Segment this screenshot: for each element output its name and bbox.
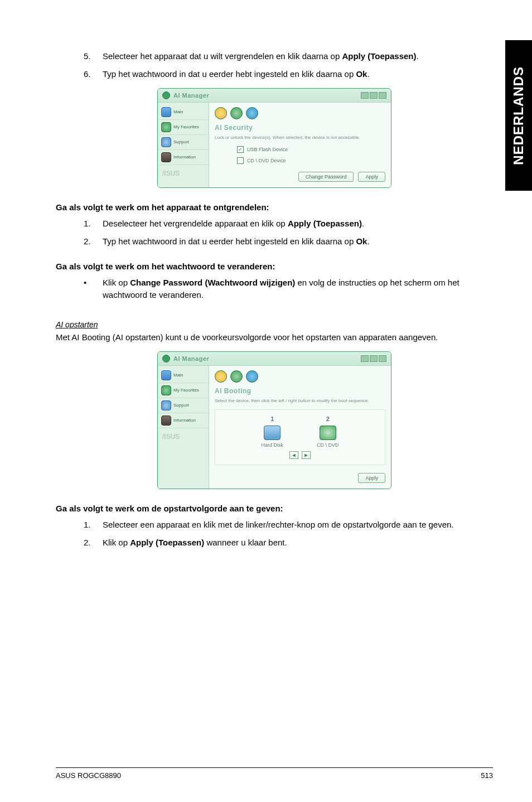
panel-description: Select the device, then click the left /… xyxy=(215,398,385,404)
sidebar-item-support[interactable]: Support xyxy=(158,398,209,413)
window-titlebar: AI Manager xyxy=(158,89,391,103)
sidebar-item-favorites[interactable]: My Favorites xyxy=(158,120,209,135)
panel-title: AI Booting xyxy=(215,387,385,395)
step-6: 6. Typ het wachtwoord in dat u eerder he… xyxy=(84,68,493,80)
tool-icon-2[interactable] xyxy=(230,107,243,119)
step-boot-1: 1. Selecteer een apparaat en klik met de… xyxy=(84,519,493,531)
toolbar-icons xyxy=(215,107,385,119)
favorites-icon xyxy=(161,385,171,395)
option-usb[interactable]: ✓USB Flash Device xyxy=(237,146,385,153)
toolbar-icons xyxy=(215,370,385,383)
sidebar-item-main[interactable]: Main xyxy=(158,105,209,120)
panel-title: AI Security xyxy=(215,124,385,132)
brand-logo: /ISUS xyxy=(158,165,209,181)
step-number: 6. xyxy=(84,68,103,80)
sidebar-item-information[interactable]: Information xyxy=(158,150,209,165)
window-buttons[interactable] xyxy=(361,355,386,362)
sidebar-item-information[interactable]: Information xyxy=(158,413,209,428)
tool-icon-3[interactable] xyxy=(246,370,258,383)
main-icon xyxy=(161,107,171,117)
section-change-heading: Ga als volgt te werk om het wachtwoord t… xyxy=(56,262,493,271)
main-icon xyxy=(161,370,171,380)
boot-device-2[interactable]: 2 CD \ DVD xyxy=(317,416,339,448)
window-titlebar: AI Manager xyxy=(158,352,391,366)
screenshot-ai-booting: AI Manager Main My Favorites Support Inf… xyxy=(157,351,391,489)
bullet-icon: • xyxy=(84,277,103,301)
step-text: Typ het wachtwoord in dat u eerder hebt … xyxy=(103,68,370,80)
step-change-bullet: • Klik op Change Password (Wachtwoord wi… xyxy=(84,277,493,301)
tool-icon-2[interactable] xyxy=(230,370,243,383)
option-cddvd[interactable]: CD \ DVD Device xyxy=(237,157,385,164)
harddisk-icon xyxy=(264,426,280,440)
steps-change: • Klik op Change Password (Wachtwoord wi… xyxy=(56,277,493,301)
panel-description: Lock or unlock the device(s). When selec… xyxy=(215,135,385,141)
cddvd-icon xyxy=(320,426,336,440)
tool-icon-3[interactable] xyxy=(246,107,258,119)
sidebar-item-support[interactable]: Support xyxy=(158,135,209,150)
step-text: Selecteer het apparaat dat u wilt vergre… xyxy=(103,50,419,62)
apply-button[interactable]: Apply xyxy=(358,473,385,483)
move-right-button[interactable]: ► xyxy=(302,451,311,459)
app-icon xyxy=(162,355,170,363)
steps-unlock: 1. Deselecteer het vergrendelde apparaat… xyxy=(56,218,493,248)
section-unlock-heading: Ga als volgt te werk om het apparaat te … xyxy=(56,202,493,212)
change-password-button[interactable]: Change Password xyxy=(298,172,354,182)
support-icon xyxy=(161,400,171,410)
sidebar: Main My Favorites Support Information /I… xyxy=(158,366,209,489)
support-icon xyxy=(161,137,171,147)
sidebar-item-main[interactable]: Main xyxy=(158,368,209,383)
ai-boot-subheading: AI opstarten xyxy=(56,320,493,329)
page-footer: ASUS ROGCG8890 513 xyxy=(56,767,493,780)
window-buttons[interactable] xyxy=(361,92,386,99)
tool-icon-1[interactable] xyxy=(215,107,227,119)
sidebar-item-favorites[interactable]: My Favorites xyxy=(158,383,209,398)
screenshot-ai-security: AI Manager Main My Favorites Support Inf… xyxy=(157,88,391,188)
language-tab-label: NEDERLANDS xyxy=(511,66,526,165)
step-5: 5. Selecteer het apparaat dat u wilt ver… xyxy=(84,50,493,62)
app-icon xyxy=(162,91,170,99)
footer-model: ASUS ROGCG8890 xyxy=(56,771,121,780)
steps-boot: 1. Selecteer een apparaat en klik met de… xyxy=(56,519,493,549)
checkbox-checked-icon[interactable]: ✓ xyxy=(237,146,244,153)
brand-logo: /ISUS xyxy=(158,428,209,444)
step-unlock-2: 2. Typ het wachtwoord in dat u eerder he… xyxy=(84,235,493,248)
apply-button[interactable]: Apply xyxy=(358,172,385,182)
section-boot-heading: Ga als volgt te werk om de opstartvolgor… xyxy=(56,504,493,513)
information-icon xyxy=(161,416,171,426)
favorites-icon xyxy=(161,122,171,132)
window-title: AI Manager xyxy=(173,92,209,99)
window-title: AI Manager xyxy=(173,355,209,362)
language-tab: NEDERLANDS xyxy=(505,40,532,191)
information-icon xyxy=(161,152,171,162)
ai-boot-paragraph: Met AI Booting (AI opstarten) kunt u de … xyxy=(56,331,493,344)
checkbox-icon[interactable] xyxy=(237,157,244,164)
boot-device-1[interactable]: 1 Hard Disk xyxy=(261,416,283,448)
footer-page-number: 513 xyxy=(481,771,493,780)
tool-icon-1[interactable] xyxy=(215,370,227,383)
step-number: 5. xyxy=(84,50,103,62)
steps-lock: 5. Selecteer het apparaat dat u wilt ver… xyxy=(56,50,493,80)
sidebar: Main My Favorites Support Information /I… xyxy=(158,103,209,187)
move-left-button[interactable]: ◄ xyxy=(289,451,298,459)
step-boot-2: 2. Klik op Apply (Toepassen) wanneer u k… xyxy=(84,537,493,549)
step-unlock-1: 1. Deselecteer het vergrendelde apparaat… xyxy=(84,218,493,230)
